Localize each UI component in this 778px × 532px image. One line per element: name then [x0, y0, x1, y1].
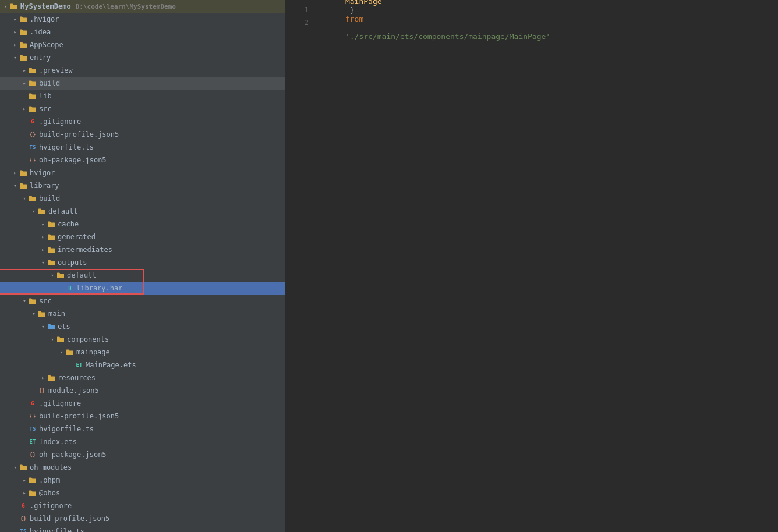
dir-icon — [28, 490, 37, 497]
tree-item-33[interactable]: TShvigorfile.ts — [0, 423, 285, 435]
tree-arrow — [12, 41, 19, 48]
tree-item-27[interactable]: mainpage — [0, 346, 285, 359]
tree-item-label: @ohos — [39, 489, 60, 497]
code-content-1: export { MainPage } from './src/main/ets… — [318, 0, 550, 49]
tree-arrow — [21, 80, 28, 87]
tree-arrow — [21, 297, 28, 304]
tree-arrow — [21, 477, 28, 484]
dir-icon — [28, 105, 37, 113]
dir-icon — [37, 310, 47, 318]
file-json-icon: {} — [28, 451, 37, 459]
dir-icon — [37, 208, 47, 215]
space — [345, 23, 350, 32]
tree-item-34[interactable]: ETIndex.ets — [0, 435, 285, 448]
import-path: './src/main/ets/components/mainpage/Main… — [345, 32, 550, 41]
tree-item-41[interactable]: TShvigorfile.ts — [0, 525, 285, 532]
tree-item-18[interactable]: generated — [0, 230, 285, 243]
tree-item-3[interactable]: AppScope — [0, 38, 285, 51]
tree-item-40[interactable]: {}build-profile.json5 — [0, 512, 285, 525]
tree-arrow — [30, 208, 37, 215]
tree-item-label: .ohpm — [39, 476, 60, 484]
tree-item-22[interactable]: Hlibrary.har — [0, 282, 285, 295]
root-path: D:\code\learn\MySystemDemo — [76, 3, 176, 10]
brace-close: } — [345, 6, 359, 15]
line-number-2: 2 — [290, 19, 309, 27]
dir-icon — [47, 259, 56, 267]
tree-item-25[interactable]: ets — [0, 320, 285, 333]
tree-item-label: build — [39, 194, 60, 203]
tree-item-label: outputs — [58, 258, 87, 267]
dir-icon — [56, 272, 65, 279]
tree-item-5[interactable]: .preview — [0, 64, 285, 77]
dir-icon — [65, 349, 75, 356]
tree-item-31[interactable]: G.gitignore — [0, 397, 285, 410]
tree-item-label: resources — [58, 374, 96, 382]
tree-item-label: library — [30, 182, 59, 190]
tree-item-38[interactable]: @ohos — [0, 487, 285, 499]
tree-item-30[interactable]: {}module.json5 — [0, 384, 285, 397]
tree-item-15[interactable]: build — [0, 192, 285, 205]
tree-item-label: hvigorfile.ts — [39, 425, 94, 433]
file-git-icon: G — [28, 118, 37, 126]
tree-item-1[interactable]: .hvigor — [0, 13, 285, 26]
tree-item-20[interactable]: outputs — [0, 256, 285, 269]
dir-icon — [19, 169, 28, 177]
dir-icon — [28, 195, 37, 203]
tree-item-39[interactable]: G.gitignore — [0, 499, 285, 512]
tree-item-6[interactable]: build — [0, 77, 285, 90]
tree-item-label: default — [48, 207, 78, 215]
tree-item-8[interactable]: src — [0, 102, 285, 115]
dir-icon — [19, 29, 28, 36]
tree-item-26[interactable]: components — [0, 333, 285, 346]
tree-item-10[interactable]: {}build-profile.json5 — [0, 128, 285, 141]
tree-arrow — [40, 221, 47, 228]
tree-item-2[interactable]: .idea — [0, 26, 285, 38]
tree-item-label: hvigorfile.ts — [30, 527, 84, 532]
dir-icon — [47, 233, 56, 241]
tree-item-11[interactable]: TShvigorfile.ts — [0, 141, 285, 154]
tree-item-12[interactable]: {}oh-package.json5 — [0, 154, 285, 166]
tree-arrow — [12, 169, 19, 176]
file-json-icon: {} — [37, 387, 47, 395]
tree-item-4[interactable]: entry — [0, 51, 285, 64]
tree-item-label: Index.ets — [39, 438, 77, 446]
tree-item-14[interactable]: library — [0, 179, 285, 192]
tree-item-9[interactable]: G.gitignore — [0, 115, 285, 128]
tree-item-24[interactable]: main — [0, 307, 285, 320]
tree-item-29[interactable]: resources — [0, 371, 285, 384]
code-line-1: 1 export { MainPage } from './src/main/e… — [285, 3, 778, 16]
file-tree[interactable]: MySystemDemoD:\code\learn\MySystemDemo .… — [0, 0, 285, 532]
tree-arrow — [21, 67, 28, 74]
tree-item-label: oh_modules — [30, 463, 72, 471]
tree-item-32[interactable]: {}build-profile.json5 — [0, 410, 285, 423]
code-editor: 1 export { MainPage } from './src/main/e… — [285, 0, 778, 532]
tree-item-label: src — [39, 105, 52, 113]
tree-arrow — [12, 54, 19, 61]
tree-item-16[interactable]: default — [0, 205, 285, 218]
tree-item-label: ets — [58, 322, 70, 331]
tree-item-36[interactable]: oh_modules — [0, 461, 285, 474]
file-json-icon: {} — [28, 131, 37, 139]
dir-icon — [28, 67, 37, 75]
dir-icon — [19, 54, 28, 62]
tree-item-label: .idea — [30, 28, 51, 36]
tree-item-17[interactable]: cache — [0, 218, 285, 230]
tree-item-23[interactable]: src — [0, 295, 285, 307]
tree-arrow — [49, 272, 56, 279]
tree-item-13[interactable]: hvigor — [0, 166, 285, 179]
tree-item-37[interactable]: .ohpm — [0, 474, 285, 487]
tree-item-28[interactable]: ETMainPage.ets — [0, 359, 285, 371]
tree-item-21[interactable]: default — [0, 269, 285, 282]
dir-icon — [28, 80, 37, 87]
tree-item-label: intermediates — [58, 246, 112, 254]
line-number-1: 1 — [290, 6, 309, 14]
dir-icon — [47, 374, 56, 382]
tree-item-19[interactable]: intermediates — [0, 243, 285, 256]
tree-item-7[interactable]: lib — [0, 90, 285, 102]
tree-item-label: mainpage — [76, 348, 110, 356]
tree-item-label: build-profile.json5 — [39, 130, 119, 139]
tree-arrow — [40, 323, 47, 330]
tree-item-35[interactable]: {}oh-package.json5 — [0, 448, 285, 461]
tree-item-0[interactable]: MySystemDemoD:\code\learn\MySystemDemo — [0, 0, 285, 13]
tree-item-label: lib — [39, 92, 52, 100]
